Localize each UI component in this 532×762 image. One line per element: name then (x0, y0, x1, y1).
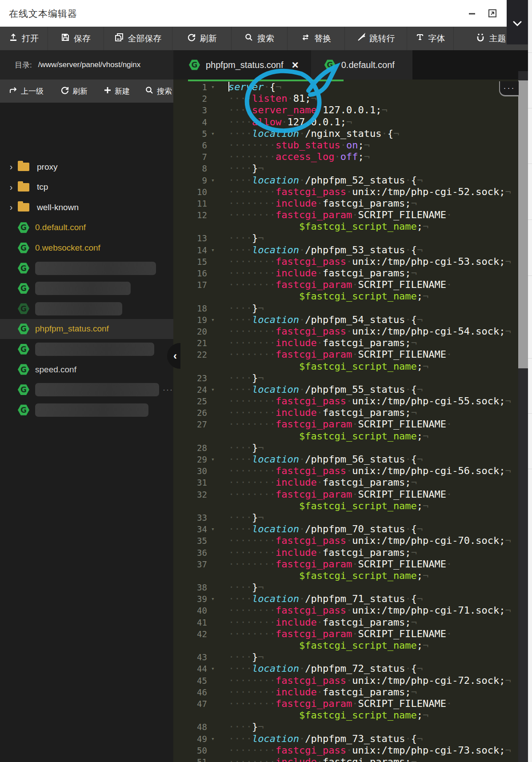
chevron-right-icon[interactable]: › (4, 162, 18, 172)
line-number: 35 (173, 535, 207, 547)
toolbar-button-replace[interactable]: 替换 (288, 27, 345, 50)
code-line-19: 19▾····location·/phpfpm_54_status·{¬ (173, 314, 518, 326)
code-text: ····location·/phpfpm_55_status·{¬ (219, 384, 423, 395)
minimize-icon[interactable] (465, 6, 479, 20)
tree-file-redacted[interactable]: G (0, 279, 173, 299)
file-label: phpfpm_status.conf (35, 324, 109, 334)
fold-arrow-icon[interactable]: ▾ (207, 384, 219, 395)
fold-arrow-icon[interactable]: ▾ (207, 81, 219, 93)
search-icon (145, 86, 154, 97)
folder-icon (18, 163, 29, 171)
toolbar-more-button[interactable] (507, 0, 528, 44)
tree-file-speed.conf[interactable]: Gspeed.conf (0, 359, 173, 379)
code-line-51: 51········include·fastcgi_params;¬ (173, 756, 518, 762)
editor-tab-0.default.conf[interactable]: G0.default.conf (311, 50, 412, 80)
chevron-right-icon[interactable]: › (4, 202, 18, 212)
toolbar-button-save[interactable]: 保存 (48, 27, 104, 50)
fold-arrow-icon[interactable]: ▾ (207, 593, 219, 605)
sidebar-action-plus[interactable]: 新建 (104, 86, 130, 96)
sidebar-actions: 上一级刷新新建搜索 (0, 80, 173, 103)
line-number: 31 (173, 477, 207, 488)
code-text: server·{¬ (219, 81, 281, 93)
redacted-filename (35, 262, 156, 275)
line-number: 43 (173, 651, 207, 663)
fold-arrow-icon[interactable]: ▾ (207, 128, 219, 140)
sidebar-action-refresh[interactable]: 刷新 (60, 86, 88, 97)
code-text: ········include·fastcgi_params;¬ (219, 198, 417, 209)
fold-arrow-icon[interactable]: ▾ (207, 454, 219, 465)
code-line-27: 27········fastcgi_param·SCRIPT_FILENAME· (173, 419, 518, 430)
toolbar-button-search[interactable]: 搜索 (232, 27, 288, 50)
tree-file-0.default.conf[interactable]: G0.default.conf (0, 218, 173, 238)
tree-folder-tcp[interactable]: ›tcp (0, 177, 173, 197)
code-text: ····}¬ (219, 303, 264, 314)
toolbar-button-label: 跳转行 (370, 33, 395, 44)
tab-close-icon[interactable]: × (292, 59, 299, 71)
plus-icon (104, 86, 112, 96)
line-number: 49 (173, 733, 207, 745)
editor-tab-phpfpm_status.conf[interactable]: Gphpfpm_status.conf× (173, 50, 311, 80)
line-number: 26 (173, 407, 207, 419)
code-text: ····}¬ (219, 163, 264, 174)
toolbar-button-goto-line[interactable]: 跳转行 (345, 27, 407, 50)
redacted-trail: ··· (163, 385, 173, 395)
fold-arrow-icon[interactable]: ▾ (207, 663, 219, 674)
fold-arrow-icon[interactable]: ▾ (207, 523, 219, 535)
line-number: 27 (173, 419, 207, 430)
code-line-47: 47········fastcgi_param·SCRIPT_FILENAME· (173, 698, 518, 710)
tab-label: phpfpm_status.conf (206, 60, 284, 70)
sidebar-action-search[interactable]: 搜索 (145, 86, 172, 97)
code-text: ········fastcgi_pass·unix:/tmp/php-cgi-5… (219, 256, 511, 267)
toolbar-button-font[interactable]: 字体 (407, 27, 454, 50)
fold-arrow-icon[interactable]: ▾ (207, 314, 219, 326)
sidebar-action-label: 新建 (115, 86, 130, 96)
redacted-filename (35, 302, 122, 315)
open-icon (9, 33, 18, 44)
code-line-32: 32········fastcgi_param·SCRIPT_FILENAME· (173, 489, 518, 500)
redacted-filename (35, 282, 131, 295)
fold-arrow-icon[interactable]: ▾ (207, 733, 219, 745)
tree-file-0.websocket.conf[interactable]: G0.websocket.conf (0, 238, 173, 258)
tree-file-phpfpm_status.conf[interactable]: Gphpfpm_status.conf (0, 319, 173, 339)
chevron-right-icon[interactable]: › (4, 182, 18, 192)
code-area[interactable]: 1▾server·{¬2····listen·81;¬3····server_n… (173, 81, 518, 762)
toolbar-button-refresh[interactable]: 刷新 (172, 27, 232, 50)
tree-file-redacted[interactable]: G (0, 299, 173, 319)
sidebar-action-up-level[interactable]: 上一级 (9, 86, 44, 97)
fold-arrow-icon[interactable]: ▾ (207, 244, 219, 256)
line-number: 7 (173, 151, 207, 163)
nginx-file-icon: G (18, 364, 29, 375)
code-line-40: 40········fastcgi_pass·unix:/tmp/php-cgi… (173, 605, 518, 616)
toolbar-button-save-all[interactable]: 全部保存 (104, 27, 172, 50)
tree-file-redacted[interactable]: G (0, 258, 173, 278)
code-text: ········include·fastcgi_params;¬ (219, 686, 417, 698)
fold-arrow-icon[interactable]: ▾ (207, 175, 219, 186)
tree-folder-proxy[interactable]: ›proxy (0, 157, 173, 177)
tree-file-redacted[interactable]: G··· (0, 380, 173, 400)
code-line-30: 30········fastcgi_pass·unix:/tmp/php-cgi… (173, 465, 518, 477)
tree-file-redacted[interactable]: G (0, 339, 173, 359)
toolbar-button-label: 刷新 (200, 33, 217, 44)
code-text: $fastcgi_script_name;¬ (219, 640, 428, 651)
maximize-icon[interactable] (485, 6, 500, 20)
code-text: ········fastcgi_pass·unix:/tmp/php-cgi-5… (219, 395, 511, 407)
code-line-49: 49▾····location·/phpfpm_73_status·{¬ (173, 733, 518, 745)
code-text: ········access_log·off;¬ (219, 151, 370, 163)
editor-scrollbar[interactable] (518, 71, 528, 762)
code-line-9: 9▾····location·/phpfpm_52_status·{¬ (173, 175, 518, 186)
editor-tab-bar: Gphpfpm_status.conf×G0.default.conf (173, 50, 528, 80)
toolbar-button-label: 主题 (489, 33, 506, 44)
editor-more-button[interactable]: ··· (499, 81, 519, 96)
scrollbar-thumb[interactable] (518, 80, 528, 368)
toolbar-button-open[interactable]: 打开 (0, 27, 48, 50)
code-line-34: 34▾····location·/phpfpm_70_status·{¬ (173, 523, 518, 535)
nginx-file-icon: G (18, 222, 29, 233)
code-text: ····location·/nginx_status·{¬ (219, 128, 399, 140)
refresh-icon (187, 33, 196, 44)
code-text: ····}¬ (219, 232, 264, 244)
code-text: ········stub_status·on;¬ (219, 140, 370, 151)
code-line-33: 33····}¬ (173, 512, 518, 523)
code-text: ····location·/phpfpm_54_status·{¬ (219, 314, 423, 326)
tree-file-redacted[interactable]: G (0, 400, 173, 420)
tree-folder-well-known[interactable]: ›well-known (0, 197, 173, 217)
